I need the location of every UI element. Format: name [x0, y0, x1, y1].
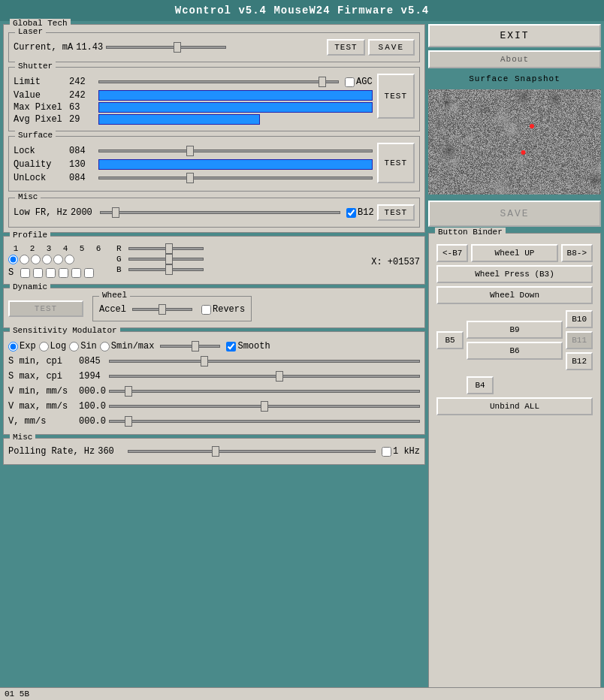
curve-slider[interactable] [160, 345, 220, 348]
profile-s-check-5[interactable] [71, 268, 81, 278]
khz-label: 1 kHz [393, 446, 420, 457]
surface-test-button[interactable]: TEST [377, 143, 415, 183]
b8-button[interactable]: B8-> [561, 244, 593, 262]
profile-radio-5[interactable] [53, 255, 63, 264]
profile-radio-1[interactable] [8, 255, 18, 264]
shutter-label: Shutter [15, 62, 56, 71]
profile-s-check-6[interactable] [84, 268, 94, 278]
limit-slider[interactable] [98, 80, 339, 83]
tab-1-label: 1 [8, 244, 23, 253]
mode-exp-radio[interactable] [8, 342, 18, 352]
profile-s-check-1[interactable] [20, 268, 30, 278]
khz-checkbox[interactable] [382, 447, 391, 457]
misc-bottom-group: Misc Polling Rate, Hz 360 1 kHz [3, 438, 425, 465]
unlock-value: 084 [69, 173, 95, 183]
laser-test-button[interactable]: TEST [327, 39, 364, 56]
profile-radio-6[interactable] [65, 255, 74, 264]
v-min-slider[interactable] [109, 390, 420, 393]
v-slider[interactable] [109, 420, 420, 423]
about-button[interactable]: About [428, 50, 601, 68]
mode-log-label: Log [50, 341, 67, 352]
sensitivity-label: Sensitivity Modulator [10, 326, 120, 335]
b5-button[interactable]: B5 [436, 331, 464, 349]
v-value: 000.0 [79, 416, 106, 427]
exit-button[interactable]: EXIT [428, 24, 601, 47]
unbind-all-button[interactable]: Unbind ALL [436, 397, 593, 415]
shutter-test-button[interactable]: TEST [377, 74, 415, 119]
b9-button[interactable]: B9 [467, 321, 563, 339]
polling-slider[interactable] [128, 450, 376, 453]
profile-radio-2[interactable] [20, 255, 29, 264]
b10-button[interactable]: B10 [566, 310, 593, 328]
lock-slider[interactable] [98, 149, 373, 152]
g-slider[interactable] [128, 258, 204, 261]
lock-value: 084 [69, 146, 95, 156]
unlock-slider-wrapper [98, 171, 373, 185]
misc-test-button[interactable]: TEST [377, 204, 415, 221]
b4-button[interactable]: B4 [467, 376, 494, 394]
revers-label: Revers [213, 304, 245, 315]
x-coord: X: +01537 [371, 257, 420, 267]
profile-save-button[interactable]: SAVE [428, 201, 601, 227]
value-label: Value [14, 90, 66, 101]
status-bar: 01 5B [0, 687, 604, 700]
laser-save-button[interactable]: SAVE [368, 39, 415, 56]
b12-binder-button[interactable]: B12 [566, 352, 593, 370]
v-max-value: 100.0 [79, 401, 106, 412]
misc-top-label: Misc [15, 192, 41, 201]
tab-5-label: 5 [74, 244, 89, 253]
s-min-label: S min, cpi [8, 356, 76, 367]
v-max-slider[interactable] [109, 405, 420, 408]
s-max-slider[interactable] [109, 375, 420, 378]
r-slider[interactable] [128, 247, 204, 250]
b12-label: B12 [358, 207, 374, 218]
mode-sin-label: Sin [80, 341, 97, 352]
s-max-label: S max, cpi [8, 371, 76, 382]
profile-s-check-3[interactable] [46, 268, 56, 278]
smooth-checkbox[interactable] [226, 342, 236, 352]
mode-sin-radio[interactable] [69, 342, 79, 352]
b-label: B [116, 265, 125, 274]
profile-radio-4[interactable] [42, 255, 52, 264]
limit-value: 242 [69, 77, 95, 87]
dynamic-test-button[interactable]: TEST [8, 300, 83, 317]
v-max-label: V max, mm/s [8, 401, 76, 412]
avg-pixel-label: Avg Pixel [14, 114, 66, 125]
wheel-down-button[interactable]: Wheel Down [436, 286, 593, 304]
profile-s-check-2[interactable] [33, 268, 43, 278]
b12-checkbox[interactable] [346, 208, 356, 218]
b7-button[interactable]: <-B7 [436, 244, 468, 262]
b-slider[interactable] [128, 268, 204, 271]
mode-log-radio[interactable] [39, 342, 49, 352]
mode-sminmax-radio[interactable] [100, 342, 110, 352]
tab-4-label: 4 [58, 244, 73, 253]
lock-slider-wrapper [98, 144, 373, 158]
agc-checkbox[interactable] [345, 77, 355, 87]
wheel-label: Wheel [99, 291, 130, 300]
unlock-slider[interactable] [98, 177, 373, 180]
laser-slider[interactable] [106, 46, 226, 49]
lock-label: Lock [14, 146, 66, 156]
low-fr-label: Low FR, Hz [14, 207, 68, 218]
revers-checkbox[interactable] [201, 305, 211, 315]
profile-radio-3[interactable] [31, 255, 41, 264]
misc-bottom-label: Misc [10, 433, 35, 442]
low-fr-slider-wrapper [100, 206, 340, 219]
value-value: 242 [69, 90, 95, 101]
value-bar [98, 90, 373, 101]
rgb-sliders: R G B [116, 244, 204, 274]
b11-button[interactable]: B11 [566, 331, 593, 349]
current-label: Current, mA [14, 42, 73, 53]
low-fr-slider[interactable] [100, 211, 340, 214]
accel-label: Accel [99, 304, 126, 315]
wheel-press-button[interactable]: Wheel Press (B3) [436, 265, 593, 283]
b6-button[interactable]: B6 [467, 342, 563, 360]
s-min-slider[interactable] [109, 360, 420, 363]
accel-slider[interactable] [132, 308, 192, 311]
profile-s-check-4[interactable] [59, 268, 68, 278]
smooth-label: Smooth [237, 341, 270, 352]
agc-label: AGC [356, 77, 373, 87]
avg-pixel-value: 29 [69, 114, 95, 125]
wheel-up-button[interactable]: Wheel UP [471, 244, 557, 262]
tab-6-label: 6 [91, 244, 106, 253]
